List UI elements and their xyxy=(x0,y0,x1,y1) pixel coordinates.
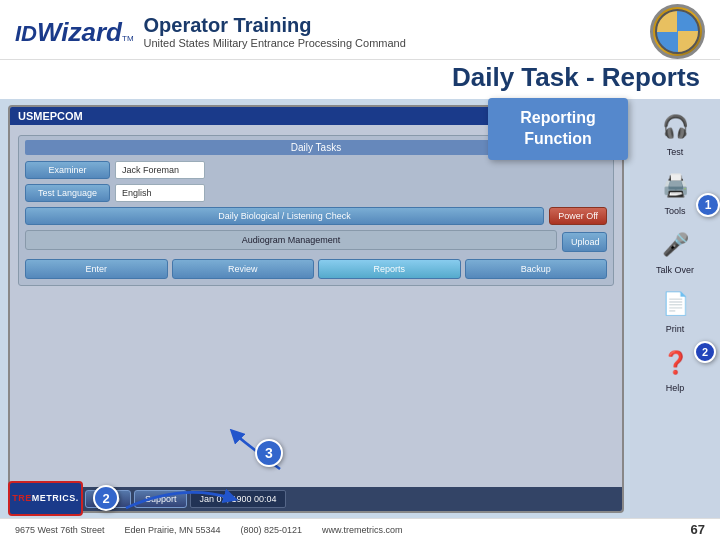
language-value: English xyxy=(115,184,205,202)
main-content: USMEPCOM TREMETRICS. Daily Tasks Examine… xyxy=(0,99,720,519)
language-row: Test Language English xyxy=(25,184,607,202)
logo-area: ID Wizard TM xyxy=(15,19,134,45)
bottom-tremetrics: TREMETRICS. xyxy=(8,481,83,516)
left-panel: USMEPCOM TREMETRICS. Daily Tasks Examine… xyxy=(0,99,630,519)
reporting-function-line2: Function xyxy=(524,130,592,147)
enter-btn[interactable]: Enter xyxy=(25,259,168,279)
action-buttons: Enter Review Reports Backup xyxy=(25,259,607,279)
step-3-circle: 3 xyxy=(255,439,283,467)
test-label: Test xyxy=(667,147,684,157)
usmepcom-title: USMEPCOM xyxy=(18,110,83,122)
reporting-function-line1: Reporting xyxy=(520,109,596,126)
tools-label: Tools xyxy=(664,206,685,216)
print-label: Print xyxy=(666,324,685,334)
printer-icon: 🖨️ xyxy=(651,167,699,205)
microphone-icon: 🎤 xyxy=(651,226,699,264)
logo-wizard: Wizard xyxy=(37,19,122,45)
biological-btn[interactable]: Daily Biological / Listening Check xyxy=(25,207,544,225)
review-btn[interactable]: Review xyxy=(172,259,315,279)
main-title: Operator Training xyxy=(144,14,406,37)
upload-btn[interactable]: Upload xyxy=(562,232,607,252)
sidebar-item-print[interactable]: 📄 Print xyxy=(634,282,716,337)
page-number: 67 xyxy=(691,522,705,537)
biological-row: Daily Biological / Listening Check Power… xyxy=(25,207,607,225)
sidebar-item-test[interactable]: 🎧 Test xyxy=(634,105,716,160)
logo-id: ID xyxy=(15,23,37,45)
backup-btn[interactable]: Backup xyxy=(465,259,608,279)
header-title-area: Operator Training United States Military… xyxy=(144,14,406,49)
page-title: Daily Task - Reports xyxy=(0,60,720,99)
help-icon: ❓ xyxy=(651,344,699,382)
military-badge xyxy=(650,4,705,59)
arrow-2 xyxy=(121,478,241,518)
subtitle: United States Military Entrance Processi… xyxy=(144,37,406,49)
language-label[interactable]: Test Language xyxy=(25,184,110,202)
footer: 9675 West 76th Street Eden Prairie, MN 5… xyxy=(0,518,720,540)
footer-phone: (800) 825-0121 xyxy=(240,525,302,535)
step-2-sidebar-circle: 2 xyxy=(694,341,716,363)
audiogram-label: Audiogram Management xyxy=(25,230,557,250)
examiner-row: Examiner Jack Foreman xyxy=(25,161,607,179)
audiogram-row: Audiogram Management Upload xyxy=(25,230,607,254)
headphones-icon: 🎧 xyxy=(651,108,699,146)
footer-street: 9675 West 76th Street xyxy=(15,525,104,535)
examiner-label[interactable]: Examiner xyxy=(25,161,110,179)
footer-address: 9675 West 76th Street Eden Prairie, MN 5… xyxy=(15,525,403,535)
reporting-function-box: Reporting Function xyxy=(488,98,628,160)
badge-inner xyxy=(655,9,700,54)
step-2-circle: 2 xyxy=(93,485,119,511)
logo-tm: TM xyxy=(122,34,134,43)
sidebar-item-talkover[interactable]: 🎤 Talk Over xyxy=(634,223,716,278)
tremetrics-logo-box: TREMETRICS. xyxy=(8,481,83,516)
help-label: Help xyxy=(666,383,685,393)
examiner-value: Jack Foreman xyxy=(115,161,205,179)
right-sidebar: 🎧 Test 🖨️ Tools 1 🎤 Talk Over 📄 Print xyxy=(630,99,720,519)
tremetrics-logo-text: TREMETRICS. xyxy=(12,493,79,503)
header: ID Wizard TM Operator Training United St… xyxy=(0,0,720,60)
talkover-label: Talk Over xyxy=(656,265,694,275)
step-1-circle: 1 xyxy=(696,193,720,217)
footer-city: Eden Prairie, MN 55344 xyxy=(124,525,220,535)
print-icon: 📄 xyxy=(651,285,699,323)
usmepcom-window: USMEPCOM TREMETRICS. Daily Tasks Examine… xyxy=(8,105,624,513)
reports-btn[interactable]: Reports xyxy=(318,259,461,279)
power-off-btn[interactable]: Power Off xyxy=(549,207,607,225)
footer-website: www.tremetrics.com xyxy=(322,525,403,535)
bottom-logo-area: TREMETRICS. 2 xyxy=(8,478,241,518)
